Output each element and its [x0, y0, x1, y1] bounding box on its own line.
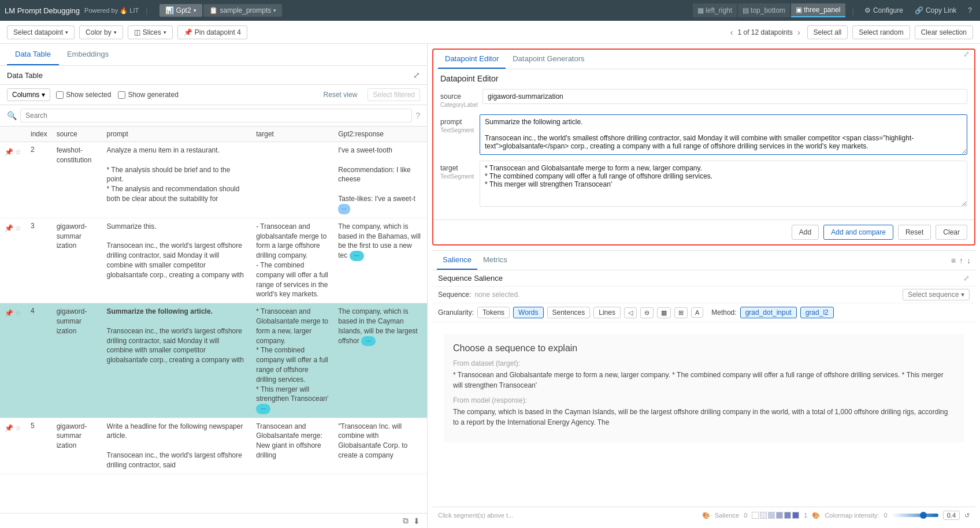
- select-datapoint-btn[interactable]: Select datapoint ▾: [7, 25, 75, 39]
- col-header-index[interactable]: index: [26, 127, 52, 142]
- show-selected-checkbox[interactable]: Show selected: [56, 91, 111, 99]
- cell-prompt: Write a headline for the following newsp…: [102, 418, 252, 474]
- select-all-btn[interactable]: Select all: [807, 25, 848, 39]
- salience-tabs: Salience Metrics ≡ ↑ ↓: [432, 251, 975, 270]
- salience-icon-1[interactable]: ≡: [951, 256, 956, 265]
- star-row-btn[interactable]: ☆: [15, 424, 21, 432]
- powered-by: Powered by 🔥 LIT: [84, 7, 139, 14]
- prev-datapoint-btn[interactable]: ‹: [728, 28, 736, 37]
- tab-datapoint-generators[interactable]: Datapoint Generators: [506, 50, 591, 69]
- next-datapoint-btn[interactable]: ›: [795, 28, 803, 37]
- gran-words-btn[interactable]: Words: [513, 307, 543, 318]
- data-table-title: Data Table: [7, 71, 409, 80]
- table-row-selected[interactable]: 📌 ☆ 4 gigaword-summar ization Summarize …: [0, 303, 427, 418]
- layout-top-bottom[interactable]: ▤ top_bottom: [738, 3, 790, 17]
- help-icon[interactable]: ?: [415, 111, 420, 120]
- select-random-btn[interactable]: Select random: [852, 25, 910, 39]
- pin-row-btn[interactable]: 📌: [5, 424, 13, 432]
- tab-data-table[interactable]: Data Table: [7, 44, 59, 65]
- columns-btn[interactable]: Columns ▾: [7, 88, 50, 101]
- reset-btn[interactable]: Reset: [898, 225, 931, 240]
- gran-icon-5[interactable]: A: [691, 307, 703, 318]
- search-input[interactable]: [20, 109, 412, 122]
- main-layout: Data Table Embeddings Data Table ⤢ Colum…: [0, 44, 980, 528]
- select-filtered-btn[interactable]: Select filtered: [368, 88, 420, 101]
- tab-embeddings[interactable]: Embeddings: [59, 44, 117, 65]
- target-textarea[interactable]: * Transocean and Globalsantafe merge to …: [480, 161, 967, 207]
- slices-btn[interactable]: ◫ Slices ▾: [128, 25, 173, 39]
- dp-editor-footer: Add Add and compare Reset Clear: [433, 220, 974, 244]
- gran-icon-3[interactable]: ▦: [657, 307, 671, 318]
- cell-index: 3: [26, 218, 52, 303]
- dp-editor-title: Datapoint Editor: [440, 74, 967, 83]
- reset-view-btn[interactable]: Reset view: [319, 89, 362, 101]
- select-sequence-btn[interactable]: Select sequence ▾: [903, 289, 970, 300]
- salience-icon-3[interactable]: ↓: [967, 256, 971, 265]
- table-row[interactable]: 📌 ☆ 3 gigaword-summar ization Summarize …: [0, 218, 427, 303]
- prompt-textarea[interactable]: Summarize the following article. Transoc…: [480, 114, 967, 155]
- cell-target: Transocean and Globalsantafe merge: New …: [251, 418, 333, 474]
- pin-row-btn[interactable]: 📌: [5, 148, 13, 156]
- layout-three-panel[interactable]: ▣ three_panel: [791, 3, 845, 17]
- gran-sentences-btn[interactable]: Sentences: [547, 307, 591, 318]
- dp-editor-section: Datapoint Editor Datapoint Generators ⤢ …: [432, 49, 975, 246]
- gran-tokens-btn[interactable]: Tokens: [477, 307, 510, 318]
- choose-sequence-card: Choose a sequence to explain From datase…: [444, 334, 964, 443]
- intensity-value: 0.4: [943, 511, 960, 520]
- add-compare-btn[interactable]: Add and compare: [823, 225, 893, 240]
- salience-icon-footer: 🎨: [702, 512, 710, 519]
- clear-selection-btn[interactable]: Clear selection: [915, 25, 973, 39]
- copy-link-btn[interactable]: 🔗 Copy Link: [911, 4, 960, 17]
- clear-btn[interactable]: Clear: [936, 225, 967, 240]
- layout-tabs: ▦ left_right ▤ top_bottom ▣ three_panel: [693, 3, 845, 17]
- layout-left-right[interactable]: ▦ left_right: [693, 3, 737, 17]
- add-btn[interactable]: Add: [792, 225, 819, 240]
- table-row[interactable]: 📌 ☆ 5 gigaword-summar ization Write a he…: [0, 418, 427, 474]
- gran-lines-btn[interactable]: Lines: [593, 307, 621, 318]
- col-header-prompt[interactable]: prompt: [102, 127, 252, 142]
- cell-source: fewshot-constitution: [52, 142, 102, 218]
- salience-body: Choose a sequence to explain From datase…: [432, 322, 975, 507]
- show-generated-checkbox[interactable]: Show generated: [118, 91, 178, 99]
- pin-datapoint-btn[interactable]: 📌 Pin datapoint 4: [177, 25, 247, 39]
- salience-icon-2[interactable]: ↑: [959, 256, 963, 265]
- col-header-source[interactable]: source: [52, 127, 102, 142]
- color-by-btn[interactable]: Color by ▾: [79, 25, 123, 39]
- source-input[interactable]: [482, 89, 967, 104]
- col-header-target[interactable]: target: [251, 127, 333, 142]
- expand-dp-editor-btn[interactable]: ⤢: [963, 50, 970, 69]
- pin-row-btn[interactable]: 📌: [5, 224, 13, 232]
- refresh-btn[interactable]: ↺: [964, 512, 970, 519]
- gran-icon-4[interactable]: ⊞: [674, 307, 688, 318]
- pin-row-btn[interactable]: 📌: [5, 309, 13, 317]
- copy-table-btn[interactable]: ⧉: [403, 516, 409, 526]
- col-header-response[interactable]: Gpt2:response: [333, 127, 427, 142]
- star-row-btn[interactable]: ☆: [15, 224, 21, 232]
- search-bar: 🔍 ?: [0, 105, 427, 127]
- sample-prompts-tab[interactable]: 📋 sample_prompts ▾: [203, 4, 283, 17]
- intensity-slider[interactable]: [892, 514, 938, 517]
- col-header-actions: [0, 127, 26, 142]
- tab-salience[interactable]: Salience: [437, 251, 477, 270]
- top-nav: LM Prompt Debugging Powered by 🔥 LIT | 📊…: [0, 0, 980, 21]
- gran-icon-2[interactable]: ⊖: [640, 307, 654, 318]
- table-row[interactable]: 📌 ☆ 2 fewshot-constitution Analyze a men…: [0, 142, 427, 218]
- gran-icon-1[interactable]: ◁: [624, 307, 637, 318]
- gpt2-tab[interactable]: 📊 Gpt2 ▾: [159, 4, 202, 17]
- cell-prompt: Analyze a menu item in a restaurant.* Th…: [102, 142, 252, 218]
- tab-datapoint-editor[interactable]: Datapoint Editor: [438, 50, 506, 69]
- data-table-wrapper: index source prompt target Gpt2:response…: [0, 127, 427, 513]
- cell-source: gigaword-summar ization: [52, 418, 102, 474]
- cell-source: gigaword-summar ization: [52, 218, 102, 303]
- cell-target: [251, 142, 333, 218]
- star-row-btn[interactable]: ☆: [15, 309, 21, 317]
- download-table-btn[interactable]: ⬇: [413, 516, 420, 526]
- method-grad-l2-btn[interactable]: grad_l2: [800, 307, 834, 318]
- expand-salience-btn[interactable]: ⤢: [963, 274, 970, 282]
- configure-btn[interactable]: ⚙ Configure: [861, 4, 907, 17]
- tab-metrics[interactable]: Metrics: [477, 251, 513, 270]
- method-grad-dot-btn[interactable]: grad_dot_input: [740, 307, 797, 318]
- star-row-btn[interactable]: ☆: [15, 148, 21, 156]
- expand-icon[interactable]: ⤢: [413, 70, 420, 80]
- help-btn[interactable]: ?: [964, 4, 975, 17]
